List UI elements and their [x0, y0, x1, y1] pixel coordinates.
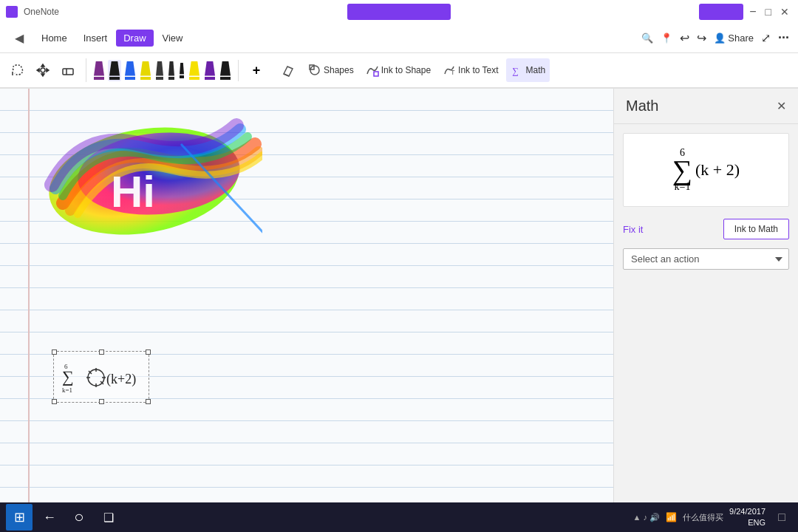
titlebar-profile-btn[interactable]: [699, 4, 743, 20]
add-pen-btn[interactable]: +: [245, 58, 268, 82]
task-view-btn[interactable]: ❑: [96, 505, 121, 530]
more-btn[interactable]: ···: [778, 30, 789, 46]
svg-text:T: T: [451, 69, 455, 76]
left-margin: [28, 89, 30, 502]
eraser-btn[interactable]: [277, 58, 301, 82]
pen-purple2[interactable]: [203, 60, 216, 81]
ink-to-shape-label: Ink to Shape: [381, 65, 431, 75]
network-icon: 📶: [666, 512, 677, 522]
ink-to-text-label: Ink to Text: [458, 65, 498, 75]
pen-dark2[interactable]: [167, 60, 176, 81]
ink-to-text-btn[interactable]: T Ink to Text: [438, 58, 502, 82]
lang-display: ENG: [729, 517, 765, 528]
handle-tl[interactable]: [52, 349, 57, 355]
taskbar: ⊞ ← ○ ❑ ▲ ♪ 🔊 📶 什么值得买 9/24/2017 ENG □: [0, 502, 798, 532]
svg-rect-15: [374, 72, 378, 76]
svg-text:Hi: Hi: [111, 167, 155, 216]
math-btn[interactable]: ∑ Math: [506, 58, 550, 82]
fix-it-link[interactable]: Fix it: [623, 224, 643, 235]
svg-rect-10: [63, 69, 73, 75]
cortana-btn[interactable]: ○: [66, 505, 92, 530]
handle-bl[interactable]: [52, 399, 57, 404]
system-tray: ▲ ♪ 🔊 📶 什么值得买 9/24/2017 ENG □: [633, 506, 792, 529]
maximize-btn[interactable]: □: [763, 6, 774, 18]
pen-dark3[interactable]: [178, 61, 185, 80]
handle-tr[interactable]: [146, 349, 151, 355]
menubar-right: 🔍 📍 ↩ ↪ 👤 Share ⤢ ···: [641, 30, 789, 46]
handle-br[interactable]: [146, 399, 151, 404]
menu-view[interactable]: View: [155, 30, 191, 47]
date-display: 9/24/2017: [729, 506, 765, 517]
shapes-btn[interactable]: Shapes: [304, 58, 358, 82]
start-button[interactable]: ⊞: [6, 504, 33, 531]
svg-line-12: [284, 74, 289, 76]
pen-black-active[interactable]: [108, 60, 121, 81]
system-info-label: 什么值得买: [683, 512, 723, 523]
lasso-tool[interactable]: [6, 58, 30, 82]
ink-to-shape-btn[interactable]: Ink to Shape: [361, 58, 435, 82]
close-btn[interactable]: ✕: [777, 6, 792, 18]
math-panel-header: Math ✕: [614, 89, 798, 124]
svg-marker-9: [47, 69, 49, 72]
math-selection-box[interactable]: 6 ∑ k=1 (k+2): [53, 351, 149, 403]
pen-colors: [92, 60, 239, 81]
svg-marker-6: [41, 64, 44, 66]
menu-home[interactable]: Home: [34, 30, 75, 47]
selection-tools: [6, 58, 86, 82]
math-label: Math: [526, 65, 546, 75]
selection-handles: [54, 352, 149, 402]
fullscreen-btn[interactable]: ⤢: [761, 31, 771, 45]
menubar: ◀ Home Insert Draw View 🔍 📍 ↩ ↪ 👤 Share …: [0, 24, 798, 53]
back-button[interactable]: ◀: [9, 28, 30, 49]
app-icon: [6, 6, 18, 18]
pan-tool[interactable]: [31, 58, 55, 82]
titlebar: OneNote − □ ✕: [0, 0, 798, 24]
pen-dark1[interactable]: [154, 60, 165, 81]
svg-point-13: [310, 66, 319, 75]
back-btn[interactable]: ←: [37, 505, 62, 530]
share-btn[interactable]: 👤 Share: [714, 33, 754, 44]
system-clock[interactable]: 9/24/2017 ENG: [729, 506, 765, 529]
system-tray-icons: ▲ ♪ 🔊: [633, 513, 661, 522]
toolbar: + Shapes Ink to Shape T: [0, 53, 798, 89]
main-area: Hi 6 ∑ k=1: [0, 89, 798, 502]
handle-tm[interactable]: [99, 349, 104, 355]
pen-blue[interactable]: [123, 60, 137, 81]
svg-point-1: [41, 68, 45, 72]
action-dropdown[interactable]: Select an action Graph in 2D Graph in 3D…: [623, 248, 789, 270]
location-icon[interactable]: 📍: [661, 33, 672, 44]
handle-bm[interactable]: [99, 399, 104, 404]
svg-marker-7: [41, 74, 44, 76]
titlebar-search-bar[interactable]: [347, 4, 451, 20]
pen-purple[interactable]: [92, 60, 106, 81]
math-panel-title: Math: [626, 98, 658, 115]
notifications-btn[interactable]: □: [771, 507, 792, 528]
math-panel-close-btn[interactable]: ✕: [777, 99, 786, 113]
undo-btn[interactable]: ↩: [680, 31, 689, 45]
canvas-area[interactable]: Hi 6 ∑ k=1: [0, 89, 613, 502]
menu-nav: Home Insert Draw View: [34, 30, 191, 47]
svg-marker-8: [37, 69, 39, 72]
svg-text:∑: ∑: [512, 66, 519, 76]
sigma-lower-limit: k=1: [672, 181, 692, 193]
math-formula-preview: 6 ∑ k=1 (k + 2): [623, 133, 789, 207]
math-panel: Math ✕ 6 ∑ k=1 (k + 2) Fix it Ink to Mat…: [613, 89, 798, 502]
right-tools: Shapes Ink to Shape T Ink to Text ∑ Math: [277, 58, 550, 82]
eraser-tool[interactable]: [56, 58, 80, 82]
pen-black2[interactable]: [219, 60, 232, 81]
app-title: OneNote: [24, 7, 59, 17]
redo-btn[interactable]: ↪: [697, 31, 706, 45]
ink-to-math-button[interactable]: Ink to Math: [723, 219, 789, 239]
hi-drawing: Hi: [41, 100, 262, 248]
minimize-btn[interactable]: −: [746, 5, 759, 18]
menu-insert[interactable]: Insert: [76, 30, 115, 47]
search-icon[interactable]: 🔍: [641, 33, 653, 44]
pen-yellow-highlight[interactable]: [139, 60, 152, 81]
sigma-expression: (k + 2): [695, 160, 740, 180]
menu-draw[interactable]: Draw: [116, 30, 153, 47]
shapes-label: Shapes: [324, 65, 354, 75]
math-actions-row: Fix it Ink to Math: [614, 216, 798, 245]
sigma-notation: 6 ∑ k=1: [672, 147, 692, 193]
pen-yellow2[interactable]: [188, 60, 201, 81]
